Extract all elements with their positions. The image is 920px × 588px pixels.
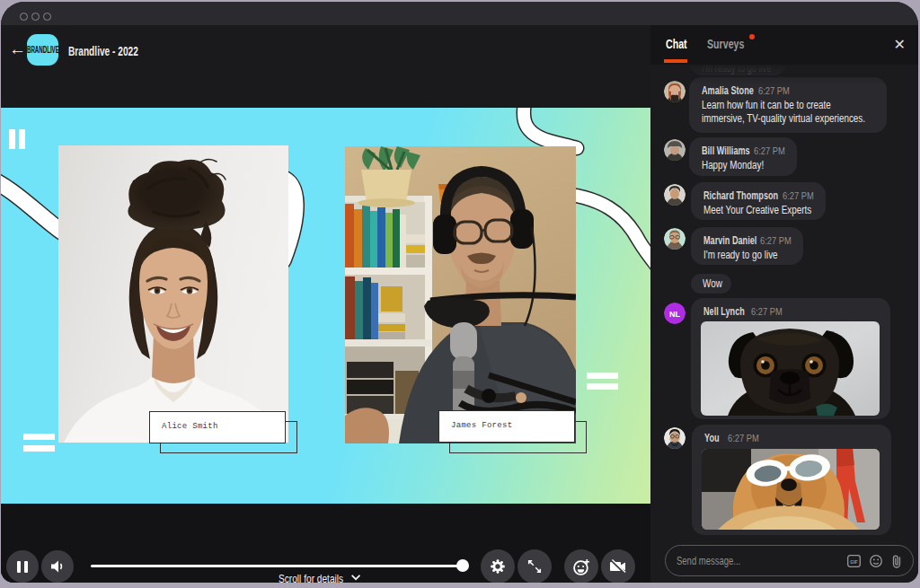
svg-text:NL: NL (669, 310, 680, 319)
svg-text:GIF: GIF (850, 559, 857, 565)
